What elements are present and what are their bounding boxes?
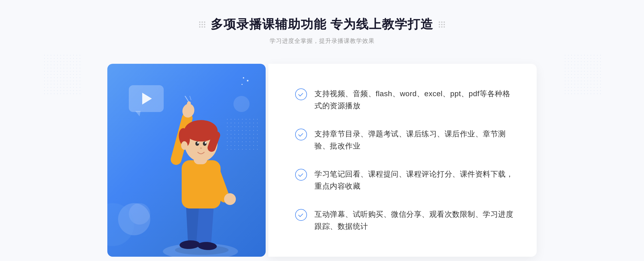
svg-point-21 [200,147,202,149]
feature-item-3: 学习笔记回看、课程提问、课程评论打分、课件资料下载，重点内容收藏 [295,163,515,198]
sparkle-dot-1 [247,80,248,81]
page-container: 多项录播课辅助功能 专为线上教学打造 学习进度全掌握，提升录播课教学效果 » [0,0,644,261]
check-circle-2 [295,129,307,140]
check-circle-4 [295,209,307,221]
person-figure [158,96,254,257]
feature-text-3: 学习笔记回看、课程提问、课程评论打分、课件资料下载，重点内容收藏 [314,168,515,192]
sparkle-dot-2 [241,84,243,85]
subtitle: 学习进度全掌握，提升录播课教学效果 [199,37,445,45]
svg-line-24 [188,96,191,100]
check-circle-1 [295,88,307,100]
svg-point-11 [224,193,236,205]
check-icon-2 [295,129,307,140]
svg-line-23 [182,96,188,101]
svg-point-18 [203,141,207,146]
features-panel: 支持视频、音频、flash、word、excel、ppt、pdf等各种格式的资源… [268,64,537,257]
feature-item-1: 支持视频、音频、flash、word、excel、ppt、pdf等各种格式的资源… [295,83,515,117]
bg-dots-left [43,54,80,96]
sparkle-dot-3 [243,77,244,79]
bg-dots-right [564,54,601,96]
check-icon-1 [295,88,307,100]
play-triangle-icon [142,93,152,105]
feature-item-2: 支持章节目录、弹题考试、课后练习、课后作业、章节测验、批改作业 [295,123,515,158]
header-section: 多项录播课辅助功能 专为线上教学打造 学习进度全掌握，提升录播课教学效果 [199,0,445,45]
header-title-wrapper: 多项录播课辅助功能 专为线上教学打造 [199,16,445,33]
check-circle-3 [295,169,307,181]
svg-point-17 [195,141,199,146]
check-icon-4 [295,209,307,221]
check-icon-3 [295,169,307,181]
feature-text-1: 支持视频、音频、flash、word、excel、ppt、pdf等各种格式的资源… [314,88,515,112]
svg-point-20 [205,142,206,144]
left-dots-icon [199,21,205,28]
feature-text-2: 支持章节目录、弹题考试、课后练习、课后作业、章节测验、批改作业 [314,128,515,152]
feature-item-4: 互动弹幕、试听购买、微信分享、观看次数限制、学习进度跟踪、数据统计 [295,203,515,238]
illustration-area [107,58,274,257]
feature-text-4: 互动弹幕、试听购买、微信分享、观看次数限制、学习进度跟踪、数据统计 [314,208,515,233]
svg-point-19 [197,142,199,144]
right-dots-icon [439,21,445,28]
main-title: 多项录播课辅助功能 专为线上教学打造 [211,16,434,33]
content-area: » [107,58,537,257]
svg-point-22 [181,141,188,150]
illustration-card [107,64,266,257]
